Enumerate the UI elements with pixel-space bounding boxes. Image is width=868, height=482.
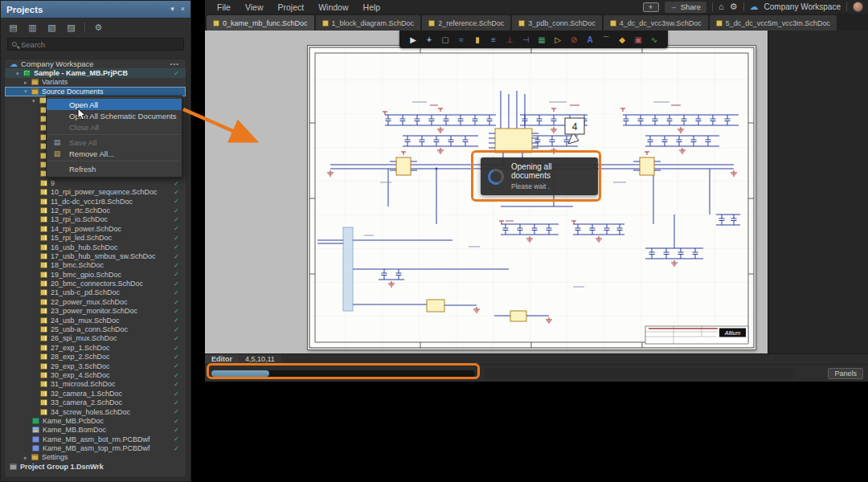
harness-icon[interactable]: ∿	[648, 34, 661, 46]
document-tab[interactable]: 1_block_diagram.SchDoc	[316, 15, 421, 31]
tree-item[interactable]: Kame_MB.PcbDoc ✓	[5, 416, 186, 425]
arc-icon[interactable]: ⌒	[600, 34, 612, 46]
chevron-down-icon[interactable]: ▾	[170, 6, 174, 13]
checkmark-icon: ✓	[174, 225, 179, 232]
menu-item-remove-all[interactable]: ▨ Remove All...	[47, 148, 182, 159]
tree-item[interactable]: 9 ✓	[5, 178, 186, 187]
document-tab[interactable]: 2_reference.SchDoc	[422, 15, 510, 31]
expand-arrow-icon[interactable]	[24, 453, 31, 462]
tree-item[interactable]: 10_rpi_power_sequence.SchDoc ✓	[5, 187, 186, 196]
tree-item[interactable]: 29_exp_3.SchDoc ✓	[5, 362, 186, 370]
place-part-icon[interactable]: ▮	[471, 34, 484, 46]
tree-item[interactable]: Kame_MB_asm_top_rm.PCBDwf ✓	[5, 443, 186, 452]
sheet-symbol-icon[interactable]: ▦	[535, 34, 548, 46]
checkmark-icon: ✓	[174, 180, 179, 187]
panels-button[interactable]: Panels	[828, 368, 863, 379]
component-icon[interactable]: ▣	[632, 34, 645, 46]
checkmark-icon: ✓	[174, 289, 179, 296]
checkmark-icon: ✓	[174, 353, 179, 361]
document-tab[interactable]: 0_kame_mb_func.SchDoc	[207, 15, 314, 31]
tree-item[interactable]: 31_microsd.SchDoc ✓	[5, 380, 186, 389]
new-document-button[interactable]: +	[643, 2, 659, 12]
tree-item[interactable]: Source Documents ✓	[5, 87, 186, 96]
tree-item[interactable]: 14_rpi_power.SchDoc ✓	[5, 224, 186, 233]
tree-item[interactable]: 16_usb_hub.SchDoc ✓	[5, 243, 186, 251]
tree-item[interactable]: 30_exp_4.SchDoc ✓	[5, 370, 186, 379]
expand-arrow-icon[interactable]	[24, 78, 31, 87]
project-group-row[interactable]: Project Group 1.DsnWrk	[5, 462, 186, 471]
expand-arrow-icon[interactable]	[24, 87, 31, 96]
panel-settings-icon[interactable]: ⚙	[92, 22, 104, 33]
add-project-icon[interactable]: ▨	[65, 22, 77, 33]
sheet-entry-icon[interactable]: ▷	[551, 34, 564, 46]
tree-item[interactable]: 21_usb-c_pd.SchDoc ✓	[5, 288, 186, 297]
tree-item[interactable]: 11_dc-dc_vcc1r8.SchDoc ✓	[5, 197, 186, 206]
polygon-icon[interactable]: ◆	[616, 34, 628, 46]
user-avatar[interactable]	[853, 2, 863, 12]
document-tab[interactable]: 3_pdb_conn.SchDoc	[512, 15, 602, 31]
expand-arrow-icon[interactable]	[32, 96, 39, 105]
menubar-item[interactable]: Window	[311, 2, 355, 12]
tree-item[interactable]: Kame_MB_asm_bot_rm.PCBDwf ✓	[5, 435, 186, 443]
power-port-icon[interactable]: ⊥	[503, 34, 516, 46]
share-button[interactable]: → Share	[665, 2, 706, 13]
menubar-item[interactable]: Project	[271, 2, 312, 12]
paste-icon[interactable]: ▥	[27, 22, 39, 33]
tree-item[interactable]: 13_rpi_io.SchDoc ✓	[5, 215, 186, 224]
tree-item[interactable]: 25_usb-a_conn.SchDoc ✓	[5, 325, 186, 333]
tree-item[interactable]: 27_exp_1.SchDoc ✓	[5, 343, 186, 352]
toolbar-divider	[84, 22, 85, 33]
schematic-canvas[interactable]: 4 Altium ▶+▢≈▮≡⊥⊣▦▷⊘A⌒◆▣∿	[205, 31, 768, 353]
tree-item[interactable]: Settings ✓	[5, 453, 186, 462]
checkmark-icon: ✓	[174, 207, 179, 214]
net-label-icon[interactable]: ⊣	[519, 34, 532, 46]
tree-item-label: 23_power_monitor.SchDoc	[51, 307, 137, 315]
workspace-name[interactable]: Company Workspace	[764, 2, 841, 11]
workspace-row[interactable]: ☁ Company Workspace •••	[5, 59, 186, 68]
document-tab[interactable]: 5_dc_dc_vcc5m_vcc3m.SchDoc	[710, 15, 837, 31]
tree-item[interactable]: 12_rpi_rtc.SchDoc ✓	[5, 206, 186, 214]
tree-item[interactable]: Sample - Kame_MB.PrjPCB ✓	[5, 68, 186, 77]
tree-item[interactable]: 32_camera_1.SchDoc ✓	[5, 389, 186, 398]
document-tab[interactable]: 4_dc_dc_vcc3sw.SchDoc	[604, 15, 708, 31]
tree-item[interactable]: Kame_MB.BomDoc ✓	[5, 426, 186, 435]
tree-item[interactable]: Variants ✓	[5, 78, 186, 87]
no-erc-icon[interactable]: ⊘	[567, 34, 580, 46]
text-string-icon[interactable]: A	[583, 34, 596, 46]
wire-icon[interactable]: ≈	[455, 34, 468, 46]
save-documents-icon[interactable]: ▤	[7, 22, 19, 33]
menubar-item[interactable]: File	[210, 2, 238, 12]
tree-item[interactable]: 20_bmc_connectors.SchDoc ✓	[5, 279, 186, 288]
gear-icon[interactable]: ⚙	[730, 2, 738, 11]
home-icon[interactable]: ⌂	[719, 2, 724, 11]
tree-item-label: 16_usb_hub.SchDoc	[51, 243, 118, 251]
document-tab-label: 4_dc_dc_vcc3sw.SchDoc	[620, 19, 702, 27]
tree-item[interactable]: 33_camera_2.SchDoc ✓	[5, 398, 186, 406]
tree-item[interactable]: 28_exp_2.SchDoc ✓	[5, 353, 186, 362]
more-icon[interactable]: •••	[170, 60, 179, 67]
menubar-item[interactable]: View	[238, 2, 271, 12]
menu-item-open-all[interactable]: Open All	[47, 99, 182, 110]
tree-item[interactable]: 23_power_monitor.SchDoc ✓	[5, 307, 186, 316]
menu-item-open-all-schematic[interactable]: Open All Schematic Documents	[47, 110, 182, 121]
search-input[interactable]	[21, 40, 179, 49]
bus-icon[interactable]: ≡	[487, 34, 500, 46]
cursor-icon[interactable]: ▶	[407, 34, 420, 46]
move-icon[interactable]: +	[423, 34, 436, 46]
tree-item[interactable]: 17_usb_hub_smbus_sw.SchDoc ✓	[5, 251, 186, 260]
tree-item[interactable]: 19_bmc_gpio.SchDoc ✓	[5, 270, 186, 279]
menu-item-refresh[interactable]: Refresh	[47, 163, 182, 174]
tree-item[interactable]: 24_usb_mux.SchDoc ✓	[5, 316, 186, 325]
menubar-item[interactable]: Help	[356, 2, 388, 12]
tree-item[interactable]: 22_power_mux.SchDoc ✓	[5, 297, 186, 306]
tree-item[interactable]: 18_bmc.SchDoc ✓	[5, 261, 186, 270]
selection-icon[interactable]: ▢	[439, 34, 452, 46]
open-documents-icon[interactable]: ▧	[46, 22, 58, 33]
tree-item[interactable]: 34_screw_holes.SchDoc ✓	[5, 407, 186, 416]
tree-item[interactable]: 26_spi_mux.SchDoc ✓	[5, 334, 186, 343]
tree-item[interactable]: 15_rpi_led.SchDoc ✓	[5, 233, 186, 242]
close-icon[interactable]: ×	[181, 6, 185, 13]
search-box[interactable]	[7, 38, 184, 51]
expand-arrow-icon[interactable]	[16, 69, 23, 78]
document-icon	[31, 79, 39, 85]
